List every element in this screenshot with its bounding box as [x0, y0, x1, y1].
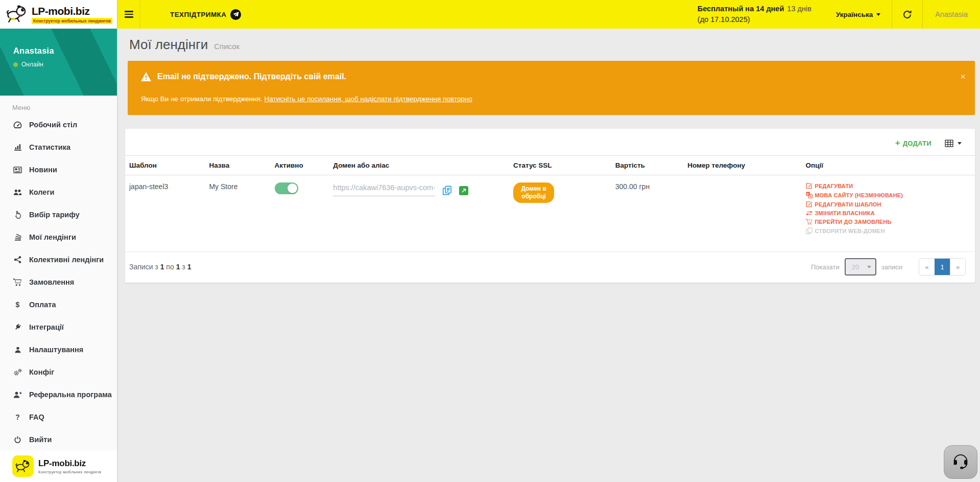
user-plus-icon	[13, 391, 22, 399]
landings-panel: + ДОДАТИ Шаблон Назва Активно Доме	[125, 129, 975, 283]
language-icon: аA	[806, 192, 812, 198]
support-link[interactable]: ТЕХПІДТРИМКА	[170, 9, 241, 20]
cell-price: 300.00 грн	[611, 175, 683, 252]
sidebar-item-statistics[interactable]: Статистика	[0, 136, 117, 158]
records-label: записи	[881, 263, 902, 271]
edit-icon	[806, 182, 812, 189]
domain-input[interactable]	[333, 182, 435, 196]
col-options: Опції	[802, 156, 975, 175]
sidebar-item-my-landings[interactable]: Мої лендінги	[0, 226, 117, 248]
col-ssl-status: Статус SSL	[509, 156, 611, 175]
exchange-icon	[806, 211, 812, 216]
hand-pointer-icon	[13, 211, 22, 219]
topbar-username[interactable]: Anastasia	[923, 0, 980, 29]
sidebar-item-integrations[interactable]: Інтеграції	[0, 316, 117, 338]
online-status-icon	[13, 62, 18, 67]
active-toggle[interactable]	[275, 182, 298, 194]
page-size-select[interactable]: 20	[845, 258, 876, 276]
sidebar-toggle-button[interactable]	[117, 0, 140, 29]
refresh-icon	[902, 10, 912, 19]
option-go-to-orders[interactable]: ПЕРЕЙТИ ДО ЗАМОВЛЕНЬ	[806, 219, 971, 225]
menu-section-label: Меню	[0, 96, 117, 113]
sidebar-item-config[interactable]: Конфіг	[0, 361, 117, 383]
sidebar-item-news[interactable]: Новини	[0, 158, 117, 181]
telegram-icon	[230, 9, 241, 20]
dollar-icon: $	[13, 301, 22, 309]
power-icon	[13, 435, 22, 444]
table-footer: Записи з 1 по 1 з 1 Показати 20 записи «…	[125, 251, 975, 283]
cell-name: My Store	[205, 175, 270, 252]
news-icon	[13, 166, 22, 174]
copy-icon[interactable]	[442, 186, 452, 195]
option-change-owner[interactable]: ЗМІНИТИ ВЛАСНИКА	[806, 210, 971, 216]
option-edit-template[interactable]: РЕДАГУВАТИ ШАБЛОН	[806, 201, 971, 208]
sidebar-menu: Робочий стіл Статистика Новини Колеги Ви…	[0, 113, 117, 451]
page-title: Мої лендінги	[129, 37, 208, 53]
sidebar-item-faq[interactable]: ? FAQ	[0, 406, 117, 428]
brand-logo[interactable]: LP-mobi.biz Конструктор мобильных лендин…	[0, 0, 117, 29]
cell-active	[271, 175, 329, 252]
external-link-icon	[461, 188, 466, 193]
cart-icon	[13, 279, 22, 286]
language-selector[interactable]: Українська	[825, 0, 892, 29]
gears-icon	[13, 369, 22, 376]
resend-confirmation-link[interactable]: Натисніть це посилання, щоб надіслати пі…	[265, 95, 472, 103]
col-domain: Домен або аліас	[329, 156, 509, 175]
brand-name: LP-mobi.biz	[32, 5, 112, 17]
show-label: Показати	[811, 263, 840, 271]
colleagues-icon	[13, 189, 22, 196]
open-link-button[interactable]	[459, 186, 468, 195]
main-content: Мої лендінги Список × Email не підтвердж…	[117, 29, 980, 482]
option-site-language[interactable]: аA МОВА САЙТУ (НЕЗМІНЮВАНЕ)	[806, 192, 971, 198]
prev-page-button[interactable]: «	[919, 259, 935, 275]
cell-options: РЕДАГУВАТИ аA МОВА САЙТУ (НЕЗМІНЮВАНЕ) Р…	[802, 175, 975, 252]
chevron-down-icon	[876, 13, 880, 16]
hamburger-icon	[125, 11, 133, 18]
grid-icon	[945, 140, 953, 147]
sidebar-item-settings[interactable]: Налаштування	[0, 338, 117, 361]
col-phone: Номер телефону	[683, 156, 801, 175]
user-icon	[13, 346, 22, 354]
sidebar-item-dashboard[interactable]: Робочий стіл	[0, 113, 117, 136]
clone-icon	[806, 227, 812, 234]
sidebar-item-referral[interactable]: Реферальна програма	[0, 383, 117, 406]
sidebar: Anastasia Онлайн Меню Робочий стіл Стати…	[0, 29, 117, 482]
sidebar-item-payment[interactable]: $ Оплата	[0, 293, 117, 316]
sidebar-item-orders[interactable]: Замовлення	[0, 271, 117, 293]
sidebar-item-logout[interactable]: Вийти	[0, 428, 117, 451]
stack-icon	[13, 233, 22, 241]
sidebar-username: Anastasia	[13, 46, 117, 56]
trial-days-left: 13 днів	[787, 5, 811, 13]
cell-ssl-status: Домен в обробці	[509, 175, 611, 252]
dog-mascot-icon	[6, 5, 28, 24]
landings-table: Шаблон Назва Активно Домен або аліас Ста…	[125, 155, 975, 251]
pagination: « 1 »	[919, 258, 966, 276]
option-edit[interactable]: РЕДАГУВАТИ	[806, 182, 971, 189]
topbar: LP-mobi.biz Конструктор мобильных лендин…	[0, 0, 980, 29]
option-create-web-domain[interactable]: СТВОРИТИ WEB-ДОМЕН	[806, 227, 971, 234]
email-alert: × Email не підтверджено. Підтвердіть сві…	[128, 61, 975, 115]
table-view-button[interactable]	[945, 140, 962, 147]
col-active: Активно	[271, 156, 329, 175]
dog-mascot-app-icon	[12, 455, 34, 477]
dashboard-icon	[13, 121, 22, 129]
sidebar-item-colleagues[interactable]: Колеги	[0, 181, 117, 203]
page-1-button[interactable]: 1	[935, 259, 950, 275]
trial-until: (до 17.10.2025)	[698, 14, 811, 25]
footer-brand-tagline: Конструктор мобільних лендінгів	[38, 470, 101, 474]
sidebar-item-collective-landings[interactable]: Колективні лендінги	[0, 248, 117, 271]
add-landing-button[interactable]: + ДОДАТИ	[895, 139, 931, 147]
ssl-status-badge: Домен в обробці	[513, 182, 554, 203]
trial-plan: Бесплатный на 14 дней	[698, 5, 784, 13]
sidebar-footer-brand[interactable]: LP-mobi.biz Конструктор мобільних лендін…	[0, 450, 117, 482]
footer-brand-name: LP-mobi.biz	[38, 458, 101, 469]
col-template: Шаблон	[125, 156, 205, 175]
col-name: Назва	[205, 156, 270, 175]
sidebar-item-tariff[interactable]: Вибір тарифу	[0, 203, 117, 226]
cart-icon	[806, 219, 812, 225]
refresh-button[interactable]	[892, 0, 922, 29]
alert-close-button[interactable]: ×	[960, 72, 966, 81]
next-page-button[interactable]: »	[950, 259, 965, 275]
chevron-down-icon	[867, 266, 871, 268]
support-chat-button[interactable]	[944, 445, 977, 479]
